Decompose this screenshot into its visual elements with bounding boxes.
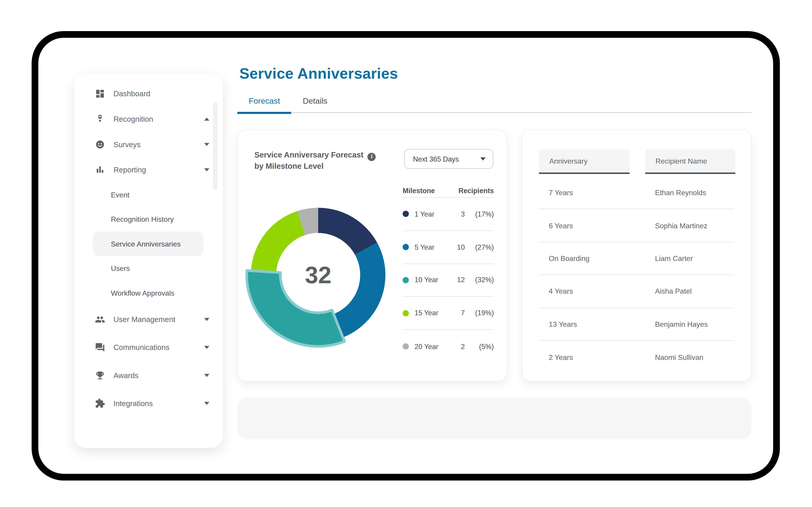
chevron-down-icon — [204, 402, 209, 405]
sidebar-item-label: Integrations — [113, 399, 204, 407]
chevron-down-icon — [204, 318, 209, 321]
donut-chart[interactable] — [242, 199, 394, 351]
table-row: 13 Years Benjamin Hayes — [539, 308, 734, 341]
tab-details[interactable]: Details — [291, 89, 339, 112]
sidebar-item-label: Dashboard — [113, 89, 209, 98]
bottom-panel — [237, 398, 751, 439]
page-title: Service Anniversaries — [240, 65, 398, 82]
date-range-value: Next 365 Days — [413, 155, 480, 163]
table-row: 6 Years Sophia Martinez — [539, 209, 734, 242]
sidebar-item-communications[interactable]: Communications — [74, 333, 223, 361]
chevron-up-icon — [204, 117, 209, 120]
sidebar-item-recognition[interactable]: Recognition — [74, 106, 223, 131]
trophy-icon — [95, 370, 105, 380]
sidebar-item-workflow-approvals[interactable]: Workflow Approvals — [93, 281, 204, 305]
tab-bar: Forecast Details — [237, 89, 751, 113]
chevron-down-icon — [204, 346, 209, 349]
donut-segment-5-year[interactable] — [334, 243, 386, 338]
stage: Dashboard Recognition — [0, 0, 812, 507]
legend-dot — [403, 277, 409, 283]
legend-dot — [403, 244, 409, 250]
forecast-card: Service Anniversary Forecasti by Milesto… — [237, 129, 507, 382]
chevron-down-icon — [480, 158, 486, 161]
chevron-down-icon — [204, 143, 209, 146]
sidebar-item-awards[interactable]: Awards — [74, 361, 223, 389]
medal-icon — [95, 114, 105, 124]
chat-icon — [95, 342, 105, 352]
donut-segment-15-year[interactable] — [251, 211, 305, 272]
legend-header: Milestone Recipients — [403, 184, 494, 198]
sidebar-item-recognition-history[interactable]: Recognition History — [93, 207, 204, 231]
sidebar: Dashboard Recognition — [74, 74, 223, 448]
smiley-icon — [95, 139, 105, 150]
sidebar-scrollbar[interactable] — [213, 102, 218, 190]
date-range-dropdown[interactable]: Next 365 Days — [404, 149, 493, 169]
forecast-card-title: Service Anniversary Forecasti by Milesto… — [254, 150, 376, 171]
legend-dot — [403, 343, 409, 350]
legend-row[interactable]: 5 Year 10 (27%) — [403, 231, 494, 264]
legend-dot — [403, 310, 409, 316]
legend-row[interactable]: 10 Year 12 (32%) — [403, 264, 494, 297]
people-icon — [95, 314, 105, 325]
table-row: On Boarding Liam Carter — [539, 242, 734, 275]
info-icon[interactable]: i — [367, 153, 376, 161]
chevron-down-icon — [204, 374, 209, 377]
puzzle-icon — [95, 398, 105, 408]
table-row: 2 Years Naomi Sullivan — [539, 341, 734, 374]
legend-row[interactable]: 1 Year 3 (17%) — [403, 198, 494, 231]
anniversary-table-body: 7 Years Ethan Reynolds 6 Years Sophia Ma… — [539, 177, 734, 374]
sidebar-item-service-anniversaries[interactable]: Service Anniversaries — [93, 231, 204, 256]
chart-legend: Milestone Recipients 1 Year 3 (17%) 5 Ye… — [403, 184, 494, 363]
sidebar-item-dashboard[interactable]: Dashboard — [74, 81, 223, 106]
sidebar-item-label: User Management — [113, 315, 204, 323]
sidebar-item-surveys[interactable]: Surveys — [74, 131, 223, 157]
donut-segment-10-year[interactable] — [247, 270, 344, 346]
sidebar-item-integrations[interactable]: Integrations — [74, 389, 223, 417]
sidebar-item-label: Communications — [113, 343, 204, 351]
chevron-down-icon — [204, 168, 209, 171]
dashboard-icon — [95, 88, 105, 99]
legend-dot — [403, 211, 409, 217]
legend-row[interactable]: 15 Year 7 (19%) — [403, 297, 494, 330]
sidebar-item-reporting[interactable]: Reporting — [74, 157, 223, 182]
tab-forecast[interactable]: Forecast — [237, 89, 291, 112]
sidebar-item-label: Surveys — [113, 140, 204, 149]
sidebar-item-user-management[interactable]: User Management — [74, 305, 223, 333]
legend-row[interactable]: 20 Year 2 (5%) — [403, 330, 494, 363]
sidebar-item-label: Recognition — [113, 115, 204, 123]
table-row: 7 Years Ethan Reynolds — [539, 177, 734, 210]
sidebar-item-label: Awards — [113, 371, 204, 380]
anniversary-table-card: Anniversary Recipient Name 7 Years Ethan… — [522, 129, 751, 382]
device-frame: Dashboard Recognition — [32, 31, 780, 481]
sidebar-item-label: Reporting — [113, 165, 204, 174]
column-header-recipient-name[interactable]: Recipient Name — [645, 149, 735, 174]
bar-chart-icon — [95, 165, 105, 175]
donut-chart-wrap: 32 — [242, 199, 394, 351]
table-row: 4 Years Aisha Patel — [539, 275, 734, 308]
sidebar-item-users[interactable]: Users — [93, 256, 204, 281]
column-header-anniversary[interactable]: Anniversary — [539, 149, 629, 174]
sidebar-item-event[interactable]: Event — [93, 182, 204, 207]
